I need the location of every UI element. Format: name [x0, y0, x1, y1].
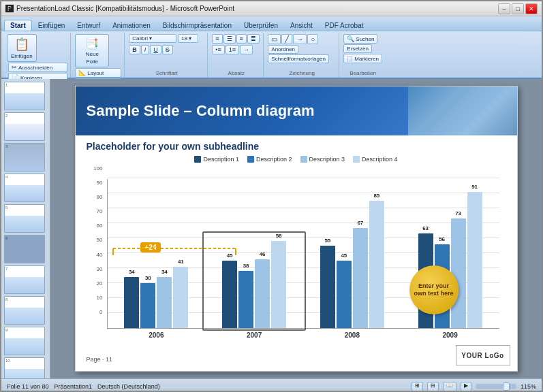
view-normal-button[interactable]: ⊞	[412, 382, 423, 391]
legend-item-4: Description 4	[353, 156, 398, 163]
chart-inner: +24 34	[107, 179, 499, 329]
slide-panel: 1 2 3 4 5 6 7 8	[1, 79, 50, 378]
year-label-2008: 2008	[345, 331, 360, 339]
language-label: Deutsch (Deutschland)	[97, 383, 160, 390]
slide-title: Sample Slide – Column diagram	[87, 102, 315, 120]
legend-label-3: Description 3	[309, 156, 345, 163]
bar-col-2007-2: 38	[238, 271, 253, 328]
slide-thumb-9[interactable]: 9	[4, 327, 45, 355]
slide-thumb-5[interactable]: 5	[4, 204, 45, 233]
y-label-60: 60	[87, 223, 103, 229]
slide-thumb-1[interactable]: 1	[4, 82, 45, 110]
minimize-button[interactable]: –	[498, 3, 510, 14]
bar-2007-2: 38	[238, 271, 253, 328]
bar-2006-3: 34	[157, 277, 172, 328]
slide-thumb-6[interactable]: 6	[4, 235, 45, 263]
tab-entwurf[interactable]: Entwurf	[71, 20, 106, 31]
replace-button[interactable]: Ersetzen	[343, 44, 372, 53]
year-label-2006: 2006	[149, 331, 164, 339]
tab-ueberpruefen[interactable]: Überprüfen	[238, 20, 284, 31]
tab-animationen[interactable]: Animationen	[106, 20, 157, 31]
y-label-0: 0	[87, 309, 103, 315]
view-screen-button[interactable]: ▶	[461, 382, 471, 391]
maximize-button[interactable]: □	[512, 3, 524, 14]
bar-2008-2: 45	[337, 261, 352, 328]
bar-col-2006-2: 30	[140, 283, 155, 328]
y-label-80: 80	[87, 194, 103, 200]
align-center-button[interactable]: ☰	[223, 34, 236, 44]
y-label-70: 70	[87, 208, 103, 214]
logo-box: YOUR LoGo	[456, 345, 510, 365]
legend-color-2	[247, 156, 254, 163]
status-right: ⊞ ⊟ 📖 ▶ 115%	[412, 382, 536, 391]
legend-label-4: Description 4	[362, 156, 398, 163]
shape-rect[interactable]: ▭	[268, 34, 281, 44]
bullet-button[interactable]: •≡	[212, 45, 224, 54]
slide-view: Sample Slide – Column diagram Placeholde…	[50, 79, 542, 378]
shape-line[interactable]: ╱	[281, 34, 292, 44]
slide-thumb-3[interactable]: 3	[4, 143, 45, 172]
window-title: PresentationLoad Classic [Kompatibilität…	[16, 5, 234, 12]
align-left-button[interactable]: ≡	[212, 34, 222, 44]
slide-thumb-2[interactable]: 2	[4, 112, 45, 141]
bar-col-2006-1: 34	[124, 277, 139, 328]
numbering-button[interactable]: 1≡	[226, 45, 239, 54]
view-sort-button[interactable]: ⊟	[427, 382, 439, 391]
y-label-30: 30	[87, 266, 103, 272]
tab-start[interactable]: Start	[4, 20, 32, 31]
paste-button[interactable]: 📋 Einfügen	[7, 34, 37, 62]
window-controls[interactable]: – □ ✕	[498, 3, 538, 14]
bar-col-2008-3: 67	[353, 228, 368, 328]
indent-button[interactable]: →	[240, 45, 253, 54]
bar-col-2009-3: 73	[451, 218, 466, 328]
justify-button[interactable]: ≣	[247, 34, 260, 44]
slide-container[interactable]: Sample Slide – Column diagram Placeholde…	[75, 86, 518, 372]
shape-arrow[interactable]: →	[293, 34, 307, 44]
ribbon-tabs: Start Einfügen Entwurf Animationen Bilds…	[1, 16, 542, 31]
annotation-svg	[113, 248, 236, 276]
align-right-button[interactable]: ≡	[236, 34, 247, 44]
bar-col-2006-4: 41	[173, 267, 188, 328]
legend-item-2: Description 2	[247, 156, 292, 163]
bar-2007-3: 46	[255, 259, 270, 328]
font-size-selector[interactable]: 18 ▾	[178, 34, 198, 43]
shape-oval[interactable]: ○	[307, 34, 318, 44]
tab-pdf[interactable]: PDF Acrobat	[319, 20, 370, 31]
strikethrough-button[interactable]: S	[162, 45, 173, 54]
group-label-zeichnung: Zeichnung	[268, 70, 336, 76]
arrange-button[interactable]: Anordnen	[268, 45, 298, 54]
slide-thumb-10[interactable]: 10	[4, 357, 45, 378]
view-read-button[interactable]: 📖	[443, 382, 456, 391]
slide-body: Placeholder for your own subheadline Des…	[76, 135, 517, 331]
slide-thumb-8[interactable]: 8	[4, 296, 45, 325]
font-selector[interactable]: Calibri ▾	[129, 34, 176, 43]
slide-subheadline: Placeholder for your own subheadline	[87, 141, 506, 152]
ribbon-group-schriftart: Calibri ▾ 18 ▾ B I U S Schriftart	[126, 33, 208, 78]
layout-button[interactable]: 📐 Layout	[75, 68, 121, 78]
tab-einfuegen[interactable]: Einfügen	[32, 20, 71, 31]
search-button[interactable]: 🔍 Suchen	[343, 34, 377, 44]
bar-col-2009-4: 91	[467, 192, 482, 328]
ribbon-group-absatz: ≡ ☰ ≡ ≣ •≡ 1≡ → Absatz	[209, 33, 264, 78]
slide-thumb-4[interactable]: 4	[4, 174, 45, 202]
tab-ansicht[interactable]: Ansicht	[284, 20, 319, 31]
zoom-slider[interactable]	[476, 384, 516, 389]
underline-button[interactable]: U	[150, 45, 161, 54]
close-button[interactable]: ✕	[525, 3, 538, 14]
slide-thumb-7[interactable]: 7	[4, 265, 45, 294]
quick-styles-button[interactable]: Schnellformatvorlagen	[268, 54, 329, 63]
bar-value-2007-2: 38	[238, 263, 253, 269]
new-slide-button[interactable]: 📑 Neue Folie	[75, 34, 109, 67]
grid-line-100	[108, 178, 499, 178]
italic-button[interactable]: I	[141, 45, 150, 54]
y-label-50: 50	[87, 237, 103, 243]
ribbon-group-zwischenablage: 📋 Einfügen ✂ Ausschneiden 📄 Kopieren 🖌 F…	[4, 33, 71, 78]
bold-button[interactable]: B	[129, 45, 140, 54]
cut-button[interactable]: ✂ Ausschneiden	[8, 63, 67, 72]
select-button[interactable]: ⬚ Markieren	[343, 54, 382, 63]
ribbon: Start Einfügen Entwurf Animationen Bilds…	[1, 16, 542, 79]
slide-header-image	[408, 86, 517, 135]
tab-bildschirm[interactable]: Bildschirmpräsentation	[157, 20, 238, 31]
zoom-thumb[interactable]	[503, 382, 510, 391]
y-label-100: 100	[87, 165, 103, 172]
